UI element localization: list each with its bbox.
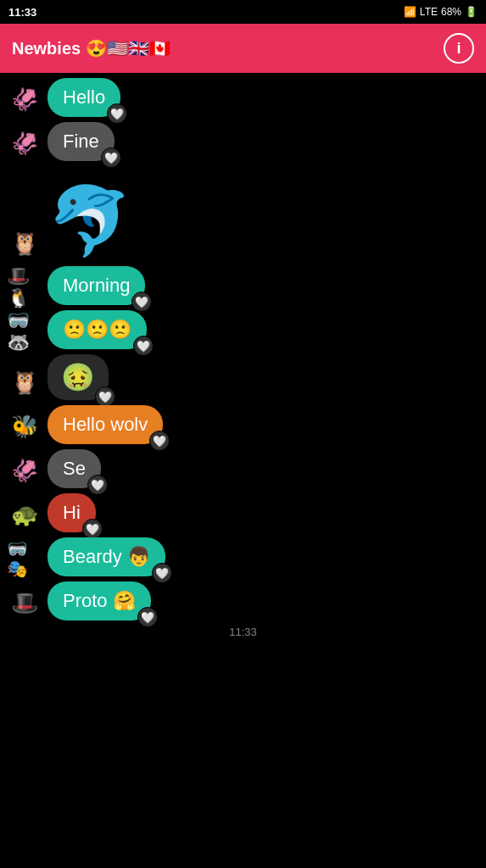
- status-icons: 📶 LTE 68% 🔋: [404, 6, 478, 18]
- avatar: 🎩🐧: [7, 270, 42, 305]
- message-row: 🐝 Hello wolv 🤍: [0, 405, 486, 444]
- heart-reaction[interactable]: 🤍: [149, 431, 170, 451]
- message-row: 🦑 Fine 🤍: [0, 122, 486, 161]
- battery-icon: 🔋: [465, 6, 478, 18]
- heart-reaction[interactable]: 🤍: [95, 387, 115, 407]
- heart-reaction[interactable]: 🤍: [152, 563, 172, 583]
- message-bubble: Proto 🤗: [47, 581, 151, 620]
- message-row: 🦉 🤢 🤍: [0, 354, 486, 400]
- heart-reaction[interactable]: 🤍: [87, 475, 108, 495]
- message-row: 🦑 Se 🤍: [0, 449, 486, 488]
- message-bubble: 🙁🙁🙁: [47, 310, 147, 349]
- sticker-wrap: 🐬: [47, 181, 132, 261]
- bubble-wrap: 🤢 🤍: [47, 354, 109, 400]
- lte-label: LTE: [420, 6, 438, 18]
- avatar: 🥽🦝: [7, 314, 42, 349]
- message-row: 🎩 Proto 🤗 🤍: [0, 581, 486, 620]
- message-row: 🥽🦝 🙁🙁🙁 🤍: [0, 310, 486, 349]
- avatar: 🐝: [7, 409, 42, 444]
- bubble-wrap: Morning 🤍: [47, 266, 145, 305]
- heart-reaction[interactable]: 🤍: [107, 103, 127, 124]
- bubble-wrap: Hello wolv 🤍: [47, 405, 163, 444]
- message-row: 🦑 Hello 🤍: [0, 78, 486, 117]
- bubble-wrap: Proto 🤗 🤍: [47, 581, 151, 620]
- avatar: 🦉: [7, 364, 42, 400]
- status-time: 11:33: [8, 6, 36, 19]
- heart-reaction[interactable]: 🤍: [133, 336, 154, 356]
- message-timestamp: 11:33: [0, 626, 486, 638]
- avatar: 🥽🎭: [7, 541, 42, 576]
- avatar: 🦑: [7, 125, 42, 161]
- avatar: 🦑: [7, 81, 42, 117]
- avatar: 🎩: [7, 585, 42, 620]
- bubble-wrap: Fine 🤍: [47, 122, 115, 161]
- message-bubble: Hello wolv: [47, 405, 163, 444]
- status-bar: 11:33 📶 LTE 68% 🔋: [0, 0, 486, 24]
- message-bubble: Morning: [47, 266, 145, 305]
- chat-title: Newbies 😍🇺🇸🇬🇧🇨🇦: [12, 38, 170, 58]
- heart-reaction[interactable]: 🤍: [131, 292, 152, 312]
- chat-area: 🦑 Hello 🤍 🦑 Fine 🤍 🦉 🐬 🎩🐧 Morning 🤍 🥽🦝: [0, 73, 486, 659]
- message-row: 🦉 🐬: [0, 181, 486, 261]
- signal-icon: 📶: [404, 6, 416, 18]
- bubble-wrap: Se 🤍: [47, 449, 101, 488]
- info-button[interactable]: i: [444, 33, 474, 64]
- heart-reaction[interactable]: 🤍: [101, 147, 121, 168]
- bubble-wrap: Beardy 👦 🤍: [47, 537, 165, 576]
- bubble-wrap: Hi 🤍: [47, 493, 96, 532]
- bubble-wrap: 🙁🙁🙁 🤍: [47, 310, 147, 349]
- avatar: 🐢: [7, 497, 42, 532]
- message-row: 🐢 Hi 🤍: [0, 493, 486, 532]
- battery-label: 68%: [441, 6, 461, 18]
- message-row: 🎩🐧 Morning 🤍: [0, 266, 486, 305]
- message-row: 🥽🎭 Beardy 👦 🤍: [0, 537, 486, 576]
- message-bubble: Beardy 👦: [47, 537, 165, 576]
- avatar: 🦉: [7, 225, 42, 261]
- heart-reaction[interactable]: 🤍: [137, 607, 158, 627]
- bubble-wrap: Hello 🤍: [47, 78, 120, 117]
- avatar: 🦑: [7, 453, 42, 488]
- heart-reaction[interactable]: 🤍: [82, 519, 103, 539]
- chat-header: Newbies 😍🇺🇸🇬🇧🇨🇦 i: [0, 24, 486, 73]
- sticker: 🐬: [47, 181, 132, 261]
